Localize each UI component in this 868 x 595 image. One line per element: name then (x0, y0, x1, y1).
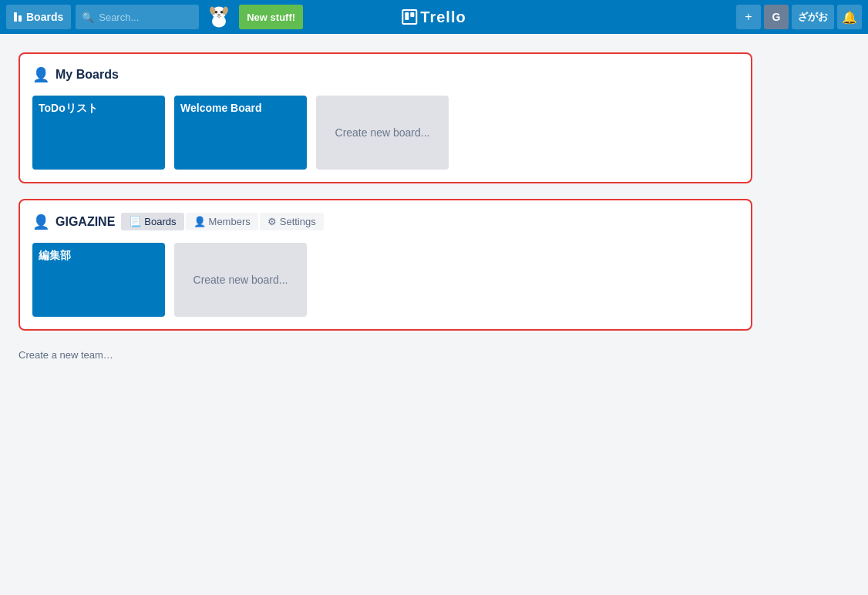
board-icon-bar2 (19, 15, 22, 22)
team-tab-boards[interactable]: 📃 Boards (121, 213, 183, 230)
team-tab-settings-icon: ⚙ (267, 216, 277, 227)
username-label: ざがお (798, 11, 828, 22)
create-board-card-my[interactable]: Create new board... (316, 96, 449, 170)
team-section-header: 👤 GIGAZINE 📃 Boards 👤 Members ⚙ Settings (32, 213, 738, 230)
person-icon: 👤 (32, 66, 49, 83)
board-card-todo[interactable]: ToDoリスト (32, 96, 165, 170)
search-wrapper[interactable]: 🔍 (76, 5, 199, 29)
logo-bar-right (410, 12, 414, 17)
board-card-henshubu[interactable]: 編集部 (32, 243, 165, 317)
create-team-link[interactable]: Create a new team… (19, 349, 113, 361)
new-stuff-label: New stuff! (247, 12, 295, 23)
team-tab-members-icon: 👤 (193, 216, 206, 227)
svg-point-4 (215, 11, 218, 14)
create-board-label-team: Create new board... (193, 274, 288, 286)
header-right: + G ざがお 🔔 (736, 5, 862, 29)
team-tab-members-label: Members (209, 216, 251, 227)
my-boards-title: My Boards (56, 68, 119, 82)
create-team-label: Create a new team… (19, 349, 113, 361)
team-tabs: 📃 Boards 👤 Members ⚙ Settings (121, 213, 323, 230)
notifications-button[interactable]: 🔔 (837, 5, 862, 29)
team-tab-boards-icon: 📃 (129, 216, 141, 227)
team-tab-members[interactable]: 👤 Members (186, 213, 258, 230)
username-button[interactable]: ざがお (792, 5, 834, 29)
team-boards-grid: 編集部 Create new board... (32, 243, 738, 317)
add-button[interactable]: + (736, 5, 761, 29)
board-card-welcome[interactable]: Welcome Board (174, 96, 307, 170)
team-person-icon: 👤 (32, 213, 49, 230)
my-boards-header: 👤 My Boards (32, 66, 738, 83)
trello-logo-text: Trello (420, 8, 466, 26)
trello-logo: Trello (402, 8, 466, 26)
team-tab-boards-label: Boards (144, 216, 176, 227)
header: Boards 🔍 New stuff! (0, 0, 868, 34)
svg-point-6 (217, 14, 220, 16)
main-content: 👤 My Boards ToDoリスト Welcome Board Create… (0, 34, 771, 380)
svg-point-5 (220, 11, 224, 14)
add-icon: + (745, 10, 752, 24)
boards-icon (14, 12, 22, 22)
team-tab-settings-label: Settings (280, 216, 316, 227)
mascot-svg (205, 3, 233, 31)
board-card-henshubu-title: 編集部 (39, 249, 71, 263)
logo-bar-left (405, 12, 409, 20)
boards-button-label: Boards (26, 11, 63, 23)
create-board-card-team[interactable]: Create new board... (174, 243, 307, 317)
mascot (204, 3, 234, 31)
search-icon: 🔍 (82, 12, 94, 23)
avatar[interactable]: G (764, 5, 789, 29)
board-card-todo-title: ToDoリスト (39, 102, 98, 116)
create-board-label-my: Create new board... (335, 126, 430, 139)
trello-logo-icon (402, 9, 417, 25)
board-icon-bar1 (14, 12, 17, 22)
my-boards-grid: ToDoリスト Welcome Board Create new board..… (32, 96, 738, 170)
board-card-welcome-title: Welcome Board (180, 102, 262, 114)
search-input[interactable] (99, 12, 193, 23)
avatar-letter: G (772, 11, 781, 23)
my-boards-section: 👤 My Boards ToDoリスト Welcome Board Create… (19, 52, 752, 183)
notification-icon: 🔔 (842, 10, 857, 25)
gigazine-section: 👤 GIGAZINE 📃 Boards 👤 Members ⚙ Settings (19, 199, 752, 331)
team-tab-settings[interactable]: ⚙ Settings (260, 213, 324, 230)
boards-button[interactable]: Boards (6, 5, 71, 29)
team-name: GIGAZINE (56, 215, 115, 229)
new-stuff-button[interactable]: New stuff! (239, 5, 303, 29)
